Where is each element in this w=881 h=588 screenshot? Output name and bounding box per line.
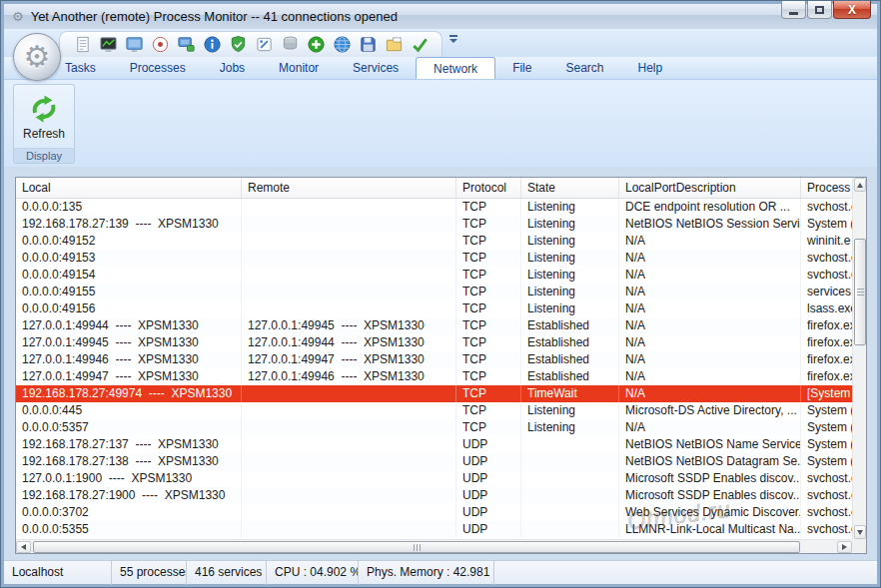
table-row[interactable]: 127.0.0.1:49945 ---- XPSM1330127.0.0.1:4…	[16, 334, 852, 351]
cell-state: Established	[521, 351, 619, 368]
table-row[interactable]: 127.0.0.1:49947 ---- XPSM1330127.0.0.1:4…	[16, 368, 852, 385]
cell-state: Established	[521, 334, 619, 351]
remote-computer-icon[interactable]	[176, 35, 197, 55]
cell-local: 0.0.0.0:49155	[16, 284, 242, 300]
database-icon[interactable]	[280, 35, 301, 55]
column-header-local[interactable]: Local	[16, 178, 242, 198]
cell-local: 127.0.0.1:49944 ---- XPSM1330	[16, 317, 242, 334]
cell-description: N/A	[619, 334, 801, 351]
cell-process: svchost.e	[801, 504, 852, 521]
cell-description: N/A	[619, 300, 801, 317]
performance-icon[interactable]	[98, 35, 119, 55]
tab-search[interactable]: Search	[548, 57, 620, 79]
column-header-protocol[interactable]: Protocol	[456, 178, 521, 198]
app-menu-button[interactable]: ⚙	[13, 33, 61, 81]
table-row[interactable]: 192.168.178.27:1900 ---- XPSM1330UDPMicr…	[16, 487, 852, 504]
column-header-process[interactable]: Process	[801, 178, 854, 198]
info-icon[interactable]	[202, 35, 223, 55]
window-controls: X	[780, 1, 871, 19]
table-row[interactable]: 0.0.0.0:49154TCPListeningN/Asvchost.e	[16, 267, 852, 284]
cell-description: Microsoft SSDP Enables discov...	[619, 487, 801, 504]
status-services: 416 services	[187, 561, 267, 585]
horizontal-scrollbar[interactable]	[16, 539, 852, 553]
table-row[interactable]: 0.0.0.0:445TCPListeningMicrosoft-DS Acti…	[16, 402, 852, 419]
cell-protocol: TCP	[456, 284, 521, 300]
table-row-selected[interactable]: 192.168.178.27:49974 ---- XPSM1330TCPTim…	[16, 385, 852, 402]
tab-processes[interactable]: Processes	[113, 57, 203, 79]
globe-icon[interactable]	[332, 35, 353, 55]
cell-protocol: UDP	[456, 470, 521, 487]
table-row[interactable]: 192.168.178.27:138 ---- XPSM1330UDPNetBI…	[16, 453, 852, 470]
vertical-scrollbar[interactable]	[852, 178, 866, 539]
add-icon[interactable]	[306, 35, 327, 55]
cell-state: Listening	[521, 216, 619, 233]
tab-network[interactable]: Network	[416, 57, 495, 79]
hscroll-right-button[interactable]	[837, 541, 852, 553]
table-row[interactable]: 127.0.0.1:49946 ---- XPSM1330127.0.0.1:4…	[16, 351, 852, 368]
maximize-button[interactable]	[807, 1, 832, 19]
title-bar[interactable]: ⚙ Yet Another (remote) Process Monitor -…	[4, 4, 877, 29]
table-row[interactable]: 0.0.0.0:5355UDPLLMNR-Link-Local Multicas…	[16, 521, 852, 538]
cell-protocol: TCP	[456, 351, 521, 368]
cell-protocol: TCP	[456, 199, 521, 216]
cell-remote	[242, 250, 456, 267]
table-row[interactable]: 0.0.0.0:49153TCPListeningN/Asvchost.e	[16, 250, 852, 267]
column-header-remote[interactable]: Remote	[242, 178, 456, 198]
cell-protocol: UDP	[456, 453, 521, 470]
table-row[interactable]: 0.0.0.0:49152TCPListeningN/Awininit.e	[16, 233, 852, 250]
table-row[interactable]: 0.0.0.0:3702UDPWeb Services Dynamic Disc…	[16, 504, 852, 521]
tab-monitor[interactable]: Monitor	[262, 57, 336, 79]
tab-services[interactable]: Services	[336, 57, 416, 79]
vscroll-thumb[interactable]	[854, 239, 866, 345]
minimize-button[interactable]	[781, 1, 806, 19]
cell-process: System (4	[801, 453, 852, 470]
table-row[interactable]: 0.0.0.0:49155TCPListeningN/Aservices.	[16, 284, 852, 300]
hscroll-thumb[interactable]	[33, 541, 800, 553]
check-icon[interactable]	[410, 35, 431, 55]
close-button[interactable]: X	[833, 1, 871, 19]
cell-remote	[242, 199, 456, 216]
cell-process: firefox.ex	[801, 334, 852, 351]
record-icon[interactable]	[150, 35, 171, 55]
cell-process: System (4	[801, 216, 852, 233]
cell-local: 192.168.178.27:49974 ---- XPSM1330	[16, 385, 242, 402]
table-row[interactable]: 0.0.0.0:135TCPListeningDCE endpoint reso…	[16, 199, 852, 216]
table-row[interactable]: 127.0.0.1:49944 ---- XPSM1330127.0.0.1:4…	[16, 317, 852, 334]
table-row[interactable]: 192.168.178.27:139 ---- XPSM1330TCPListe…	[16, 216, 852, 233]
table-row[interactable]: 0.0.0.0:5357TCPListeningN/ASystem (4	[16, 419, 852, 436]
column-header-state[interactable]: State	[521, 178, 619, 198]
hscroll-left-button[interactable]	[16, 541, 31, 553]
toolbar-overflow-button[interactable]	[449, 35, 457, 47]
cell-remote	[242, 216, 456, 233]
refresh-icon	[28, 93, 60, 125]
column-header-localportdescription[interactable]: LocalPortDescription	[619, 178, 801, 198]
cell-description: N/A	[619, 233, 801, 250]
tab-file[interactable]: File	[495, 57, 548, 79]
status-memory: Phys. Memory : 42.981 %	[359, 561, 494, 585]
cell-protocol: UDP	[456, 521, 521, 538]
cell-remote: 127.0.0.1:49944 ---- XPSM1330	[242, 334, 456, 351]
display-icon[interactable]	[124, 35, 145, 55]
tag-icon[interactable]	[254, 35, 275, 55]
table-row[interactable]: 0.0.0.0:49156TCPListeningN/Alsass.exe	[16, 300, 852, 317]
table-row[interactable]: 192.168.178.27:137 ---- XPSM1330UDPNetBI…	[16, 436, 852, 453]
shield-icon[interactable]	[228, 35, 249, 55]
save-icon[interactable]	[358, 35, 379, 55]
table-header: LocalRemoteProtocolStateLocalPortDescrip…	[16, 178, 852, 199]
table-row[interactable]: 127.0.0.1:1900 ---- XPSM1330UDPMicrosoft…	[16, 470, 852, 487]
cell-remote	[242, 402, 456, 419]
cell-remote	[242, 385, 456, 402]
report-icon[interactable]	[72, 35, 93, 55]
cell-process: wininit.e	[801, 233, 852, 250]
vscroll-up-button[interactable]	[854, 178, 866, 192]
tab-help[interactable]: Help	[621, 57, 680, 79]
folder-icon[interactable]	[384, 35, 405, 55]
refresh-button[interactable]: Refresh	[14, 85, 74, 148]
tab-jobs[interactable]: Jobs	[203, 57, 262, 79]
cell-state: Listening	[521, 419, 619, 436]
close-icon: X	[848, 3, 856, 17]
vscroll-down-button[interactable]	[854, 525, 866, 539]
cell-remote	[242, 436, 456, 453]
cell-protocol: TCP	[456, 250, 521, 267]
gear-icon: ⚙	[24, 42, 51, 72]
